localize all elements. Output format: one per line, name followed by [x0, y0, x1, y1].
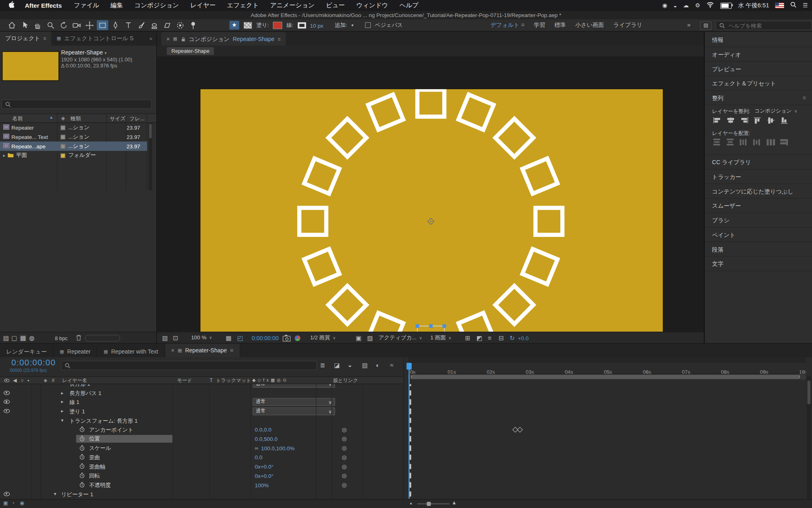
workspace-item[interactable]: ライブラリ	[609, 21, 647, 29]
panel-tab-item[interactable]: トラッカー	[705, 169, 812, 184]
twirl-icon[interactable]: ▸	[61, 408, 64, 414]
repeater-square[interactable]	[536, 208, 562, 234]
layer-name-column[interactable]: レイヤー名	[62, 378, 87, 384]
timeline-row[interactable]: 回転0x+0.0°◎	[0, 471, 404, 480]
add-label[interactable]: 追加:	[335, 22, 347, 29]
menu-item[interactable]: ウィンドウ	[350, 1, 393, 10]
help-search-field[interactable]	[716, 21, 812, 30]
battery-icon[interactable]	[720, 2, 732, 9]
panel-tab-item[interactable]: ブラシ	[705, 213, 812, 228]
dimensions-link-icon[interactable]: ∞	[255, 445, 259, 451]
close-icon[interactable]: ×	[171, 347, 175, 354]
pick-whip-icon[interactable]: ◎	[342, 445, 347, 452]
comp-canvas[interactable]	[201, 89, 663, 332]
display-icon[interactable]: ⊡	[173, 335, 178, 341]
timeline-search-input[interactable]	[73, 362, 137, 369]
repeater-square[interactable]	[523, 249, 558, 284]
roi-icon[interactable]: ◰	[237, 335, 243, 341]
group-name[interactable]: リピーター 1	[61, 491, 93, 498]
panel-tab-item[interactable]: オーディオ	[705, 47, 812, 62]
track-matte-column[interactable]: トラックマット	[216, 378, 251, 384]
group-name[interactable]: 塗り 1	[69, 408, 85, 415]
align-center-horizontal-icon[interactable]	[726, 117, 735, 125]
value-text[interactable]: 100.0,100.0%	[261, 445, 295, 451]
channels-icon[interactable]	[295, 335, 300, 341]
workspace-bar-icon[interactable]: ▤	[700, 21, 711, 30]
distribute-right-icon[interactable]	[780, 139, 789, 147]
tab-project[interactable]: プロジェクト≡	[0, 32, 52, 46]
stopwatch-icon[interactable]	[79, 445, 85, 452]
workspace-menu-icon[interactable]: ≡	[520, 22, 525, 28]
value-text[interactable]: 0.0	[255, 454, 263, 460]
timeline-tab[interactable]: ▦Repeater	[54, 346, 97, 357]
reset-exposure-icon[interactable]: ↻	[510, 335, 515, 341]
comp-current-time[interactable]: 0:00:00:00	[252, 335, 279, 341]
sort-arrow-icon[interactable]: ▲	[49, 115, 53, 119]
property-value[interactable]: 0.0	[255, 454, 263, 460]
star-shape-icon[interactable]: ★	[229, 21, 239, 30]
pick-whip-icon[interactable]: ◎	[342, 426, 347, 433]
lock-column-icon[interactable]: ▪	[28, 378, 29, 383]
menu-item[interactable]: ファイル	[68, 1, 105, 10]
pen-tool-icon[interactable]	[110, 20, 121, 30]
blend-mode-dropdown[interactable]: 通常∨	[253, 384, 335, 388]
time-navigator[interactable]	[408, 357, 806, 363]
timeline-row[interactable]: 長方形 1通常∨	[0, 384, 404, 388]
keyframe-icon[interactable]	[517, 427, 523, 432]
twirl-icon[interactable]: ▾	[61, 418, 64, 423]
fill-swatch[interactable]	[273, 22, 282, 29]
rectangle-tool-icon[interactable]	[97, 20, 108, 30]
property-name[interactable]: 歪曲軸	[89, 463, 105, 471]
project-item-row[interactable]: Repeate...ape...ション23.97	[0, 141, 147, 151]
timeline-tab[interactable]: ▦Repeater with Text	[97, 346, 165, 357]
timeline-row[interactable]: スケール∞100.0,100.0%◎	[0, 443, 404, 453]
fill-label[interactable]: 塗り:	[256, 22, 269, 29]
align-left-icon[interactable]	[713, 117, 722, 125]
motion-blur-icon[interactable]: ◐	[376, 363, 380, 369]
panel-tab-item[interactable]: CC ライブラリ	[705, 155, 812, 169]
camera-tool-icon[interactable]	[71, 20, 82, 30]
align-bottom-icon[interactable]	[780, 117, 789, 125]
trash-icon[interactable]	[76, 334, 82, 342]
stopwatch-icon[interactable]	[79, 426, 85, 433]
pick-whip-icon[interactable]: ◎	[342, 482, 347, 488]
repeater-square[interactable]	[495, 119, 533, 157]
pick-whip-icon[interactable]: ◎	[342, 436, 347, 443]
expand-layers-icon[interactable]: ▣	[3, 501, 8, 506]
camera-dropdown[interactable]: アクティブカ...∨	[378, 334, 422, 342]
project-item-row[interactable]: Repeate... Text...ション23.97	[0, 132, 147, 141]
property-name[interactable]: アンカーポイント	[89, 426, 133, 434]
text-tool-icon[interactable]	[123, 20, 134, 30]
value-text[interactable]: 0.0,500.0	[255, 436, 278, 442]
eye-column-icon[interactable]	[4, 379, 9, 382]
zoom-slider-thumb[interactable]	[427, 501, 431, 506]
shy-layers-icon[interactable]: ◒	[348, 363, 352, 369]
solo-column-icon[interactable]: ○	[21, 378, 24, 383]
resolution-dropdown[interactable]: 1/2 画質∨	[310, 334, 336, 342]
bezier-path-checkbox[interactable]	[365, 22, 371, 28]
pick-whip-icon[interactable]: ◎	[342, 463, 347, 470]
flowchart-icon[interactable]: ⊟	[499, 335, 504, 341]
label-color-chip[interactable]	[60, 135, 65, 139]
stopwatch-icon[interactable]	[79, 454, 85, 461]
repeater-square[interactable]	[304, 158, 339, 194]
home-tool-icon[interactable]	[6, 20, 17, 30]
mini-flowchart-icon[interactable]: ≣	[320, 363, 325, 369]
playhead-line[interactable]	[408, 363, 410, 499]
project-item-row[interactable]: ▸平面フォルダー	[0, 151, 147, 160]
target-region-icon[interactable]: ▣	[356, 335, 361, 341]
panel-tab-item[interactable]: 情報	[705, 33, 812, 47]
stroke-width-value[interactable]: 10 px	[310, 22, 324, 28]
roto-brush-tool-icon[interactable]	[175, 20, 186, 30]
comp-viewer[interactable]	[157, 57, 704, 332]
hand-tool-icon[interactable]	[32, 20, 43, 30]
timeline-zoom-slider[interactable]	[417, 504, 449, 505]
workspace-item[interactable]: 標準	[550, 21, 570, 29]
panel-tab-item[interactable]: プレビュー	[705, 62, 812, 76]
ruler-second-label[interactable]: 10s	[799, 369, 806, 374]
rotate-tool-icon[interactable]	[58, 20, 69, 30]
timeline-row[interactable]: ▾リピーター 1	[0, 489, 404, 499]
label-column-icon[interactable]: ◈	[61, 115, 65, 121]
property-name[interactable]: 不透明度	[89, 482, 111, 489]
mode-column[interactable]: モード	[177, 378, 192, 384]
